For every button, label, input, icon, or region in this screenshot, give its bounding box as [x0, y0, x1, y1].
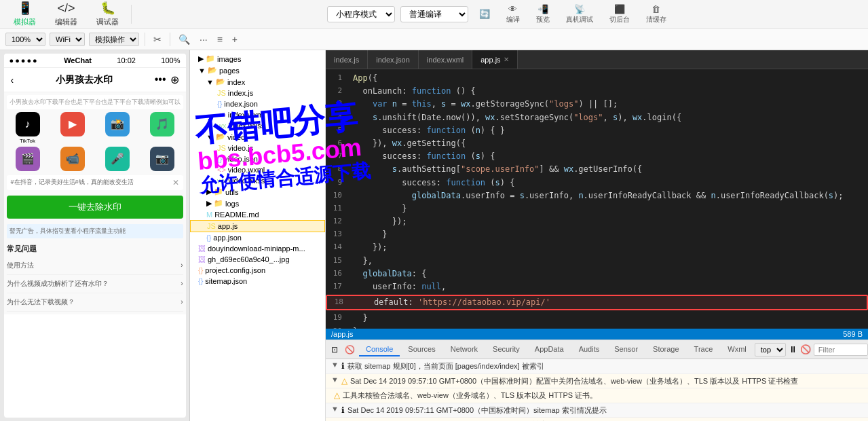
json-icon-videojson: {} — [217, 155, 222, 163]
console-arrow-4[interactable]: ▼ — [331, 405, 339, 413]
tree-item-appjs[interactable]: JS app.js — [190, 220, 325, 232]
phone-faq: 常见问题 使用方法 › 为什么视频成功解析了还有水印？ › 为什么无法下载视频？… — [7, 244, 183, 312]
tree-item-index-wxml[interactable]: <> index.wxml — [190, 109, 325, 120]
code-line-18: 18 default: 'https://dataobao.vip/api/' — [327, 296, 867, 309]
faq-item-2[interactable]: 为什么视频成功解析了还有水印？ › — [7, 275, 183, 293]
dt-tab-appdata[interactable]: AppData — [528, 343, 571, 356]
code-line-6: 6 }), wx.getSetting({ — [326, 137, 868, 150]
editor-btn[interactable]: </> 编辑器 — [48, 0, 84, 29]
tree-item-video-wxml[interactable]: <> video.wxml — [190, 164, 325, 175]
remove-watermark-btn[interactable]: 一键去除水印 — [7, 196, 183, 219]
tree-item-readme[interactable]: M README.md — [190, 209, 325, 220]
tree-item-logs[interactable]: ▶ 📁 logs — [190, 198, 325, 209]
tree-item-images[interactable]: ▶ 📁 images — [190, 53, 325, 65]
code-line-9: 9 success: function (s) { — [326, 177, 868, 189]
phone-ad-notice: 暂无广告，具体指引查看小程序流量主功能 — [7, 224, 183, 238]
simulator-btn[interactable]: 📱 模拟器 — [7, 0, 43, 29]
dt-tab-storage[interactable]: Storage — [646, 343, 686, 356]
search-icon-btn[interactable]: 🔍 — [176, 33, 193, 46]
app-icon-tiktok[interactable]: ♪ TikTok — [7, 112, 49, 144]
app-icon-5[interactable]: 🎬 — [7, 147, 49, 172]
tree-item-pages[interactable]: ▼ 📂 pages — [190, 65, 325, 76]
zoom-select[interactable]: 100% — [5, 33, 45, 46]
console-context-select[interactable]: top — [755, 343, 786, 356]
cut-icon-btn[interactable]: ✂ — [151, 33, 164, 46]
tree-item-video-wxss[interactable]: wx video.wxss — [190, 175, 325, 186]
app-icon-4[interactable]: 🎵 — [141, 112, 183, 144]
console-arrow-2[interactable]: ▼ — [331, 376, 339, 384]
dt-tab-trace[interactable]: Trace — [687, 343, 720, 356]
wxss-icon-videowxss: wx — [217, 177, 226, 185]
tree-item-index-folder[interactable]: ▼ 📂 index — [190, 76, 325, 88]
code-line-13: 13 } — [326, 228, 868, 241]
preview-btn[interactable]: 📲 预览 — [531, 1, 555, 27]
code-line-12: 12 }); — [326, 215, 868, 228]
filter-input[interactable] — [814, 344, 868, 356]
tree-item-index-wxss[interactable]: wx index.wxss — [190, 120, 325, 131]
refresh-btn[interactable]: 🔄 — [474, 6, 495, 22]
dt-tab-console[interactable]: Console — [359, 343, 400, 356]
console-arrow-1[interactable]: ▼ — [331, 361, 339, 369]
edit-btn[interactable]: 👁 编译 — [501, 1, 525, 27]
code-tab-indexjson[interactable]: index.json — [368, 50, 419, 69]
watermark-close-icon[interactable]: ✕ — [172, 178, 179, 187]
tree-item-projectconfig[interactable]: {} project.config.json — [190, 265, 325, 276]
clear-console-icon[interactable]: 🚫 — [800, 344, 811, 354]
tree-item-gh[interactable]: 🖼 gh_d69ec60a9c40_...jpg — [190, 254, 325, 265]
tree-item-appjson[interactable]: {} app.json — [190, 232, 325, 243]
dt-tab-sources[interactable]: Sources — [401, 343, 442, 356]
tree-item-video-json[interactable]: {} video.json — [190, 153, 325, 164]
faq-item-3[interactable]: 为什么无法下载视频？ › — [7, 293, 183, 312]
faq-item-1[interactable]: 使用方法 › — [7, 257, 183, 275]
code-tab-indexjs[interactable]: index.js — [326, 50, 368, 69]
debugger-btn[interactable]: 🐛 调试器 — [90, 0, 126, 29]
devtools-block-icon[interactable]: 🚫 — [342, 344, 358, 356]
main-area: ●●●●● WeChat 10:02 100% ‹ 小男孩去水印 ••• ⊕ 小… — [0, 50, 868, 421]
tree-item-video-folder[interactable]: ▼ 📂 video — [190, 131, 325, 143]
app-icon-6[interactable]: 📹 — [52, 147, 94, 172]
list-icon-btn[interactable]: ≡ — [214, 33, 225, 46]
network-select[interactable]: WiFi — [50, 33, 85, 46]
videowxml-label: video.wxml — [228, 166, 265, 174]
app-icon-3[interactable]: 📸 — [96, 112, 138, 144]
collapse-icon-pages: ▼ — [198, 67, 206, 75]
edit-icon: 👁 — [508, 4, 517, 14]
code-tab-appjs-close[interactable]: ✕ — [504, 56, 509, 63]
compile-select[interactable]: 普通编译 — [400, 6, 468, 22]
dt-tab-security[interactable]: Security — [486, 343, 527, 356]
tree-item-index-js[interactable]: JS index.js — [190, 88, 325, 98]
action-select[interactable]: 模拟操作 — [89, 33, 139, 46]
add-icon-btn[interactable]: + — [229, 33, 240, 46]
app-icon-2[interactable]: ▶ — [52, 112, 94, 144]
devtools-toggle-icon[interactable]: ⊡ — [328, 344, 341, 356]
more-icon-btn[interactable]: ··· — [197, 33, 210, 46]
tree-item-video-js[interactable]: JS video.js — [190, 143, 325, 153]
dt-tab-wxml[interactable]: Wxml — [721, 343, 753, 356]
code-editor[interactable]: 1 App({ 2 onLaunch: function () { 3 var … — [326, 69, 868, 329]
tree-item-index-json[interactable]: {} index.json — [190, 98, 325, 109]
tree-item-utils[interactable]: ▶ 📁 utils — [190, 186, 325, 198]
tree-item-sitemap[interactable]: {} sitemap.json — [190, 276, 325, 287]
phone-share-icon[interactable]: ⊕ — [170, 73, 179, 86]
mode-select[interactable]: 小程序模式 — [327, 6, 395, 22]
pause-icon[interactable]: ⏸ — [789, 344, 797, 354]
faq-question-3: 为什么无法下载视频？ — [7, 297, 75, 307]
app-icon-8[interactable]: 📷 — [141, 147, 183, 172]
dt-tab-network[interactable]: Network — [444, 343, 485, 356]
folder-icon-video: 📂 — [216, 132, 225, 141]
app-icon-7[interactable]: 🎤 — [96, 147, 138, 172]
cut-page-btn[interactable]: ⬛ 切后台 — [604, 1, 635, 27]
dt-tab-audits[interactable]: Audits — [572, 343, 607, 356]
code-tab-indexwxml[interactable]: index.wxml — [419, 50, 472, 69]
dt-tab-sensor[interactable]: Sensor — [607, 343, 645, 356]
clear-cache-btn[interactable]: 🗑 清缓存 — [641, 1, 672, 27]
devtools-panel: ⊡ 🚫 Console Sources Network Security App… — [326, 340, 868, 421]
phone-app-grid: ♪ TikTok ▶ 📸 🎵 — [7, 112, 183, 172]
js-icon-appjs: JS — [207, 222, 216, 230]
code-tab-appjs[interactable]: app.js ✕ — [472, 50, 517, 69]
real-machine-btn[interactable]: 📡 真机调试 — [561, 1, 599, 27]
indexwxml-label: index.wxml — [228, 111, 265, 119]
tree-item-doyin[interactable]: 🖼 douyindownload-miniapp-m... — [190, 243, 325, 254]
phone-menu-icon[interactable]: ••• — [155, 73, 166, 86]
phone-app-name: WeChat — [64, 56, 92, 65]
